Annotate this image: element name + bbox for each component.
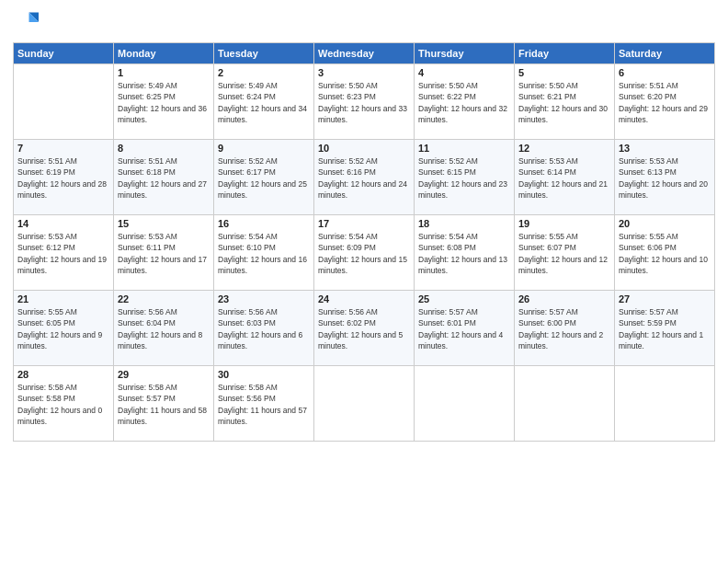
day-info: Sunrise: 5:52 AMSunset: 6:17 PMDaylight:…	[218, 155, 310, 201]
day-cell: 9 Sunrise: 5:52 AMSunset: 6:17 PMDayligh…	[214, 140, 314, 215]
day-info: Sunrise: 5:50 AMSunset: 6:22 PMDaylight:…	[418, 80, 510, 125]
day-number: 15	[118, 218, 210, 229]
day-number: 14	[17, 218, 109, 229]
logo-icon	[13, 9, 39, 35]
header-saturday: Saturday	[615, 43, 715, 64]
day-number: 28	[17, 369, 109, 380]
day-number: 25	[418, 293, 510, 304]
day-cell: 11 Sunrise: 5:52 AMSunset: 6:15 PMDaylig…	[415, 140, 515, 215]
day-info: Sunrise: 5:54 AMSunset: 6:10 PMDaylight:…	[218, 231, 310, 276]
day-cell: 17 Sunrise: 5:54 AMSunset: 6:09 PMDaylig…	[314, 215, 415, 291]
day-cell	[615, 366, 715, 442]
day-info: Sunrise: 5:57 AMSunset: 6:01 PMDaylight:…	[418, 306, 510, 351]
header-tuesday: Tuesday	[214, 43, 314, 64]
day-cell: 2 Sunrise: 5:49 AMSunset: 6:24 PMDayligh…	[214, 64, 314, 140]
header-monday: Monday	[114, 43, 214, 64]
day-info: Sunrise: 5:52 AMSunset: 6:16 PMDaylight:…	[318, 155, 410, 201]
day-info: Sunrise: 5:56 AMSunset: 6:03 PMDaylight:…	[218, 306, 310, 351]
day-cell: 10 Sunrise: 5:52 AMSunset: 6:16 PMDaylig…	[314, 140, 415, 215]
day-number: 1	[118, 67, 210, 78]
day-cell: 13 Sunrise: 5:53 AMSunset: 6:13 PMDaylig…	[615, 140, 715, 215]
header-sunday: Sunday	[14, 43, 114, 64]
day-cell	[415, 366, 515, 442]
page-header	[13, 9, 715, 35]
day-number: 27	[619, 293, 711, 304]
day-number: 18	[418, 218, 510, 229]
header-friday: Friday	[515, 43, 615, 64]
day-info: Sunrise: 5:57 AMSunset: 5:59 PMDaylight:…	[619, 306, 711, 351]
day-info: Sunrise: 5:49 AMSunset: 6:25 PMDaylight:…	[118, 80, 210, 125]
week-row-3: 21 Sunrise: 5:55 AMSunset: 6:05 PMDaylig…	[14, 291, 715, 366]
day-cell: 24 Sunrise: 5:56 AMSunset: 6:02 PMDaylig…	[314, 291, 415, 366]
day-cell: 1 Sunrise: 5:49 AMSunset: 6:25 PMDayligh…	[114, 64, 214, 140]
day-cell: 19 Sunrise: 5:55 AMSunset: 6:07 PMDaylig…	[515, 215, 615, 291]
day-cell: 8 Sunrise: 5:51 AMSunset: 6:18 PMDayligh…	[114, 140, 214, 215]
day-info: Sunrise: 5:53 AMSunset: 6:12 PMDaylight:…	[17, 231, 109, 276]
day-number: 5	[518, 67, 610, 78]
day-number: 16	[218, 218, 310, 229]
day-number: 24	[318, 293, 410, 304]
day-cell: 21 Sunrise: 5:55 AMSunset: 6:05 PMDaylig…	[14, 291, 114, 366]
day-cell: 18 Sunrise: 5:54 AMSunset: 6:08 PMDaylig…	[415, 215, 515, 291]
day-info: Sunrise: 5:58 AMSunset: 5:56 PMDaylight:…	[218, 382, 310, 427]
day-info: Sunrise: 5:52 AMSunset: 6:15 PMDaylight:…	[418, 155, 510, 201]
day-info: Sunrise: 5:57 AMSunset: 6:00 PMDaylight:…	[518, 306, 610, 351]
day-cell: 5 Sunrise: 5:50 AMSunset: 6:21 PMDayligh…	[515, 64, 615, 140]
day-info: Sunrise: 5:55 AMSunset: 6:05 PMDaylight:…	[17, 306, 109, 351]
day-number: 7	[17, 143, 109, 154]
day-number: 9	[218, 143, 310, 154]
day-cell: 16 Sunrise: 5:54 AMSunset: 6:10 PMDaylig…	[214, 215, 314, 291]
day-cell: 6 Sunrise: 5:51 AMSunset: 6:20 PMDayligh…	[615, 64, 715, 140]
day-cell: 30 Sunrise: 5:58 AMSunset: 5:56 PMDaylig…	[214, 366, 314, 442]
day-info: Sunrise: 5:53 AMSunset: 6:11 PMDaylight:…	[118, 231, 210, 276]
day-info: Sunrise: 5:51 AMSunset: 6:18 PMDaylight:…	[118, 155, 210, 201]
day-number: 19	[518, 218, 610, 229]
day-info: Sunrise: 5:51 AMSunset: 6:20 PMDaylight:…	[619, 80, 711, 125]
day-cell: 28 Sunrise: 5:58 AMSunset: 5:58 PMDaylig…	[14, 366, 114, 442]
day-cell: 23 Sunrise: 5:56 AMSunset: 6:03 PMDaylig…	[214, 291, 314, 366]
day-number: 10	[318, 143, 410, 154]
day-info: Sunrise: 5:55 AMSunset: 6:07 PMDaylight:…	[518, 231, 610, 276]
day-info: Sunrise: 5:56 AMSunset: 6:04 PMDaylight:…	[118, 306, 210, 351]
day-number: 13	[619, 143, 711, 154]
day-number: 3	[318, 67, 410, 78]
day-number: 11	[418, 143, 510, 154]
day-cell: 25 Sunrise: 5:57 AMSunset: 6:01 PMDaylig…	[415, 291, 515, 366]
day-number: 8	[118, 143, 210, 154]
day-cell: 14 Sunrise: 5:53 AMSunset: 6:12 PMDaylig…	[14, 215, 114, 291]
day-number: 6	[619, 67, 711, 78]
day-number: 4	[418, 67, 510, 78]
day-info: Sunrise: 5:50 AMSunset: 6:21 PMDaylight:…	[518, 80, 610, 125]
day-cell	[314, 366, 415, 442]
week-row-1: 7 Sunrise: 5:51 AMSunset: 6:19 PMDayligh…	[14, 140, 715, 215]
day-number: 12	[518, 143, 610, 154]
week-row-2: 14 Sunrise: 5:53 AMSunset: 6:12 PMDaylig…	[14, 215, 715, 291]
day-info: Sunrise: 5:54 AMSunset: 6:09 PMDaylight:…	[318, 231, 410, 276]
day-info: Sunrise: 5:50 AMSunset: 6:23 PMDaylight:…	[318, 80, 410, 125]
day-number: 29	[118, 369, 210, 380]
week-row-4: 28 Sunrise: 5:58 AMSunset: 5:58 PMDaylig…	[14, 366, 715, 442]
day-number: 22	[118, 293, 210, 304]
day-info: Sunrise: 5:53 AMSunset: 6:13 PMDaylight:…	[619, 155, 711, 201]
day-cell: 22 Sunrise: 5:56 AMSunset: 6:04 PMDaylig…	[114, 291, 214, 366]
day-info: Sunrise: 5:51 AMSunset: 6:19 PMDaylight:…	[17, 155, 109, 201]
day-cell: 26 Sunrise: 5:57 AMSunset: 6:00 PMDaylig…	[515, 291, 615, 366]
day-number: 21	[17, 293, 109, 304]
day-info: Sunrise: 5:58 AMSunset: 5:58 PMDaylight:…	[17, 382, 109, 427]
day-cell: 12 Sunrise: 5:53 AMSunset: 6:14 PMDaylig…	[515, 140, 615, 215]
header-thursday: Thursday	[415, 43, 515, 64]
day-number: 20	[619, 218, 711, 229]
day-cell: 4 Sunrise: 5:50 AMSunset: 6:22 PMDayligh…	[415, 64, 515, 140]
day-cell: 29 Sunrise: 5:58 AMSunset: 5:57 PMDaylig…	[114, 366, 214, 442]
day-info: Sunrise: 5:49 AMSunset: 6:24 PMDaylight:…	[218, 80, 310, 125]
day-cell: 20 Sunrise: 5:55 AMSunset: 6:06 PMDaylig…	[615, 215, 715, 291]
week-row-0: 1 Sunrise: 5:49 AMSunset: 6:25 PMDayligh…	[14, 64, 715, 140]
day-number: 17	[318, 218, 410, 229]
day-info: Sunrise: 5:53 AMSunset: 6:14 PMDaylight:…	[518, 155, 610, 201]
header-wednesday: Wednesday	[314, 43, 415, 64]
day-cell: 15 Sunrise: 5:53 AMSunset: 6:11 PMDaylig…	[114, 215, 214, 291]
logo	[13, 9, 42, 35]
day-info: Sunrise: 5:56 AMSunset: 6:02 PMDaylight:…	[318, 306, 410, 351]
calendar-table: SundayMondayTuesdayWednesdayThursdayFrid…	[13, 42, 715, 442]
day-info: Sunrise: 5:58 AMSunset: 5:57 PMDaylight:…	[118, 382, 210, 427]
